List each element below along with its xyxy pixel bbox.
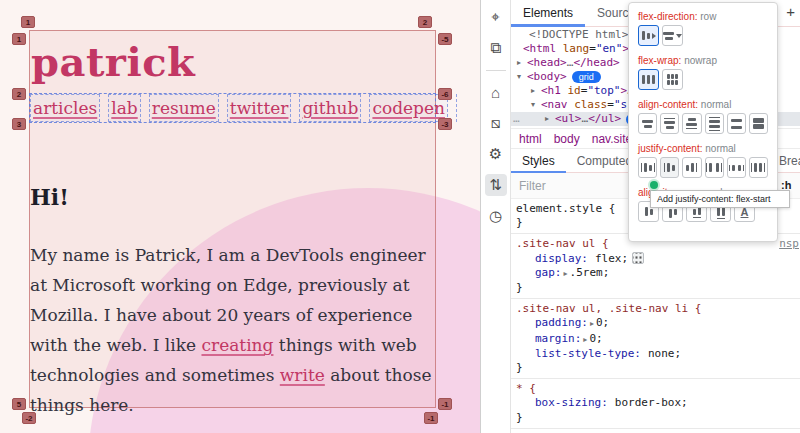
page-content: patrick articles lab resume twitter gith…: [0, 0, 480, 433]
grid-line-number: 2: [12, 88, 26, 100]
greeting-heading: Hi!: [30, 184, 69, 210]
align-content-space-around-button[interactable]: [727, 113, 746, 134]
grid-line-number: -5: [438, 33, 452, 45]
css-close-brace[interactable]: }: [516, 281, 800, 295]
tag-token: <body>: [527, 70, 567, 84]
justify-content-flex-end-button[interactable]: [682, 157, 701, 178]
eq-token: =: [607, 98, 614, 112]
property-label: flex-direction:: [638, 11, 697, 22]
css-selector-line[interactable]: .site-nav ul, .site-nav li {: [516, 302, 800, 316]
eq-token: =: [589, 42, 596, 56]
property-value: 0;: [589, 332, 602, 345]
flex-wrap-label: flex-wrap: nowrap: [638, 55, 768, 66]
overflow-dots-icon[interactable]: …: [513, 112, 527, 126]
inspect-icon[interactable]: ⌖: [485, 6, 507, 28]
nav-link-github[interactable]: github: [302, 98, 358, 118]
selector-text: element.style {: [516, 202, 615, 215]
nav-link-codepen[interactable]: codepen: [372, 98, 445, 118]
align-content-center-button[interactable]: [638, 113, 657, 134]
collapse-arrow-icon[interactable]: ▸: [517, 56, 527, 70]
issues-icon[interactable]: ⚙: [485, 143, 507, 165]
collapse-arrow-icon[interactable]: ▸: [545, 112, 555, 126]
align-content-stretch-button[interactable]: [749, 113, 768, 134]
align-content-space-between-button[interactable]: [705, 113, 724, 134]
tab-styles[interactable]: Styles: [511, 148, 566, 173]
property-value: flex;: [595, 252, 628, 265]
flex-editor-badge-icon[interactable]: [632, 252, 644, 264]
css-declaration[interactable]: gap:▸.5rem;: [516, 266, 800, 281]
grid-line-number: 1: [12, 33, 26, 45]
quick-view-icon[interactable]: ⇅: [485, 174, 507, 196]
selector-text: .site-nav ul {: [516, 237, 609, 250]
property-label: flex-wrap:: [638, 55, 681, 66]
property-name: display:: [535, 252, 588, 265]
align-content-icon: [731, 119, 742, 129]
elements-panel-icon[interactable]: ⧅: [485, 112, 507, 134]
brace-text: }: [516, 216, 523, 229]
nowrap-button[interactable]: [638, 69, 659, 90]
align-content-buttons: [638, 113, 768, 134]
wrap-button[interactable]: [662, 69, 683, 90]
justify-content-space-around-button[interactable]: [727, 157, 746, 178]
add-tab-icon[interactable]: +: [786, 3, 795, 20]
css-declaration[interactable]: list-style-type:none;: [516, 347, 800, 361]
nav-item: github: [299, 94, 361, 122]
grid-line-number: -6: [438, 88, 452, 100]
home-icon[interactable]: ⌂: [485, 81, 507, 103]
nav-link-lab[interactable]: lab: [111, 98, 137, 118]
align-content-icon: [642, 120, 653, 128]
selector-text: .site-nav ul, .site-nav li {: [516, 302, 701, 315]
justify-content-icon: [751, 163, 765, 172]
css-declaration[interactable]: box-sizing:border-box;: [516, 396, 800, 410]
flex-direction-column-button[interactable]: [662, 25, 683, 46]
css-declaration[interactable]: padding:▸0;: [516, 316, 800, 331]
justify-content-flex-start-button[interactable]: [660, 157, 679, 178]
nav-link-twitter[interactable]: twitter: [230, 98, 289, 118]
css-declaration[interactable]: margin:▸0;: [516, 332, 800, 347]
grid-line-number: 5: [12, 398, 26, 410]
justify-content-label: justify-content: normal: [638, 143, 768, 154]
performance-icon[interactable]: ◷: [485, 205, 507, 227]
stylesheet-source-link[interactable]: nsp: [779, 237, 799, 251]
align-content-end-button[interactable]: [682, 113, 701, 134]
write-link[interactable]: write: [280, 365, 325, 385]
grid-line-number: -2: [22, 412, 36, 424]
grid-line-number: -3: [438, 118, 452, 130]
justify-content-center-button[interactable]: [638, 157, 657, 178]
tag-token: <html: [523, 42, 563, 56]
creating-link[interactable]: creating: [201, 335, 273, 355]
property-label: align-content:: [638, 99, 698, 110]
justify-content-space-between-button[interactable]: [705, 157, 724, 178]
justify-content-space-evenly-button[interactable]: [749, 157, 768, 178]
grid-badge[interactable]: grid: [572, 71, 601, 83]
align-content-icon: [753, 118, 764, 129]
device-emulation-icon[interactable]: ⧉: [485, 37, 507, 59]
breadcrumb-html[interactable]: html: [519, 132, 542, 146]
nav-link-resume[interactable]: resume: [152, 98, 216, 118]
css-declaration[interactable]: display:flex;: [516, 252, 800, 266]
grid-line-number: 1: [21, 16, 35, 28]
css-close-brace[interactable]: }: [516, 411, 800, 425]
align-content-start-button[interactable]: [660, 113, 679, 134]
justify-content-buttons: [638, 157, 768, 178]
flex-direction-row-button[interactable]: [638, 25, 659, 46]
css-close-brace[interactable]: }: [516, 361, 800, 375]
ellipsis-token: …: [582, 112, 589, 126]
css-selector-line[interactable]: * {: [516, 382, 800, 396]
tab-elements[interactable]: Elements: [511, 0, 585, 27]
nav-link-articles[interactable]: articles: [33, 98, 97, 118]
collapse-arrow-icon[interactable]: ▸: [531, 84, 541, 98]
expand-arrow-icon[interactable]: ▾: [517, 70, 527, 84]
grid-line-number: -1: [438, 398, 452, 410]
grid-line-number: -1: [424, 412, 438, 424]
align-content-icon: [686, 118, 697, 129]
flex-direction-label: flex-direction: row: [638, 11, 768, 22]
expand-arrow-icon[interactable]: ▾: [531, 98, 541, 112]
property-value: normal: [701, 99, 732, 110]
expand-arrow-icon[interactable]: ▸: [562, 269, 570, 278]
breadcrumb-body[interactable]: body: [554, 132, 580, 146]
justify-content-icon: [706, 163, 722, 172]
expand-arrow-icon[interactable]: ▸: [588, 319, 596, 328]
tab-breakpoints-clipped[interactable]: Brea: [779, 154, 800, 168]
align-content-icon: [709, 117, 720, 131]
